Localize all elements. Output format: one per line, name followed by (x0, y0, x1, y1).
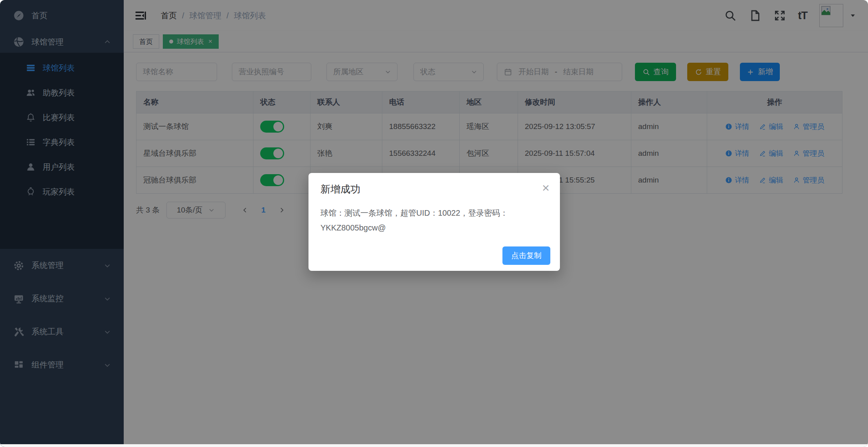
close-icon[interactable]: × (542, 183, 550, 193)
dialog-header: 新增成功 × (308, 173, 560, 196)
dialog-text-line2: YKKZ8005bgcw@ (320, 221, 548, 235)
dialog-title: 新增成功 (320, 183, 360, 196)
dialog-body: 球馆：测试一条球馆，超管UID：10022，登录密码： YKKZ8005bgcw… (308, 196, 560, 235)
add-success-dialog: 新增成功 × 球馆：测试一条球馆，超管UID：10022，登录密码： YKKZ8… (308, 173, 560, 271)
horizontal-scrollbar[interactable] (0, 444, 868, 447)
dialog-text-line1: 球馆：测试一条球馆，超管UID：10022，登录密码： (320, 206, 548, 221)
copy-button[interactable]: 点击复制 (502, 246, 550, 265)
app-window: 首页 球馆管理 球馆列表 助教列表 (0, 0, 868, 447)
dialog-footer: 点击复制 (502, 246, 550, 265)
